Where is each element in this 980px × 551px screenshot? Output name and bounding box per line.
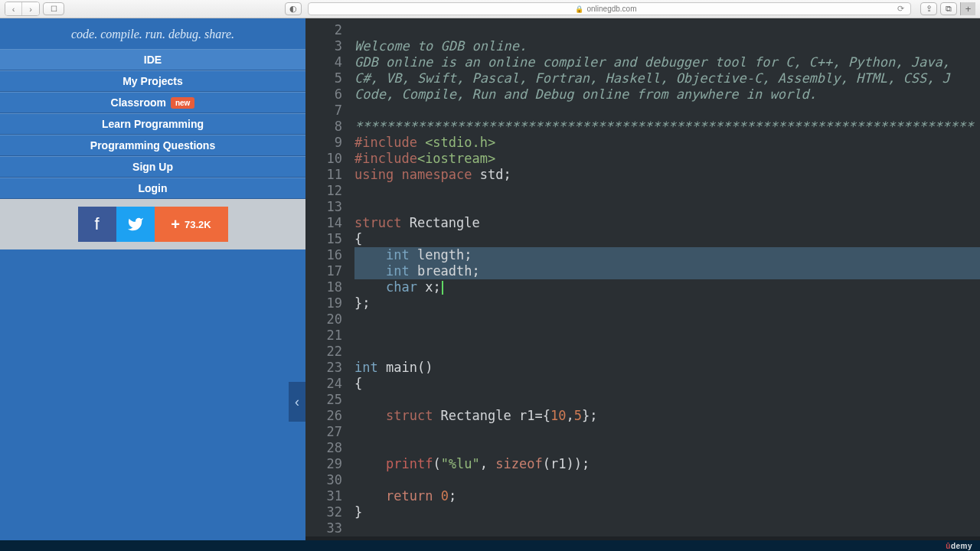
line-number: 23 (305, 360, 342, 376)
reader-mode-button[interactable]: ◐ (285, 2, 302, 15)
code-line[interactable]: } (354, 504, 980, 520)
code-line[interactable]: int breadth; (354, 263, 980, 279)
line-number: 15 (305, 231, 342, 247)
new-tab-button[interactable]: + (960, 2, 975, 15)
browser-toolbar: ‹ › ☐ ◐ 🔒 onlinegdb.com ⟳ ⇪ ⧉ + (0, 0, 980, 18)
line-number: 14 (305, 215, 342, 231)
code-line[interactable]: }; (354, 295, 980, 311)
code-line[interactable] (354, 199, 980, 215)
line-number: 6 (305, 86, 342, 103)
line-number: 2 (305, 22, 342, 38)
sidebar-item-label: Classroom (111, 96, 166, 109)
code-line[interactable]: char x; (354, 279, 980, 295)
horizontal-scrollbar[interactable] (305, 536, 980, 540)
share-count-button[interactable]: + 73.2K (155, 207, 228, 242)
sidebar-item-programming-questions[interactable]: Programming Questions (0, 135, 305, 156)
back-button[interactable]: ‹ (5, 2, 22, 15)
sidebar-item-learn-programming[interactable]: Learn Programming (0, 113, 305, 135)
sidebar-item-my-projects[interactable]: My Projects (0, 70, 305, 92)
code-line[interactable] (354, 472, 980, 488)
line-number: 19 (305, 295, 342, 311)
line-number: 25 (305, 392, 342, 408)
line-number: 27 (305, 424, 342, 440)
code-line[interactable]: #include <stdio.h> (354, 135, 980, 151)
code-line[interactable]: { (354, 231, 980, 247)
code-line[interactable]: #include<iostream> (354, 151, 980, 167)
refresh-icon[interactable]: ⟳ (897, 4, 904, 14)
code-line[interactable] (354, 311, 980, 328)
code-line[interactable] (354, 424, 980, 440)
code-line[interactable]: { (354, 376, 980, 392)
sidebar-item-label: IDE (144, 54, 162, 66)
share-button[interactable]: ⇪ (920, 2, 937, 15)
code-line[interactable]: Code, Compile, Run and Debug online from… (354, 86, 980, 103)
line-number: 29 (305, 456, 342, 472)
code-line[interactable]: int main() (354, 360, 980, 376)
line-number: 26 (305, 408, 342, 424)
line-gutter: 2345678910111213141516171819202122232425… (305, 18, 351, 540)
line-number: 32 (305, 504, 342, 520)
line-number: 3 (305, 38, 342, 54)
code-line[interactable]: return 0; (354, 488, 980, 504)
sidebar-item-label: Login (138, 182, 167, 194)
code-line[interactable]: int length; (354, 247, 980, 263)
sidebar-item-label: My Projects (122, 75, 183, 87)
sidebar-item-sign-up[interactable]: Sign Up (0, 156, 305, 178)
code-line[interactable] (354, 328, 980, 344)
new-badge: new (171, 97, 194, 109)
line-number: 4 (305, 54, 342, 70)
plus-icon: + (171, 216, 180, 233)
sidebar-item-login[interactable]: Login (0, 178, 305, 199)
address-bar[interactable]: 🔒 onlinegdb.com ⟳ (308, 2, 911, 15)
code-line[interactable] (354, 520, 980, 536)
social-row: f + 73.2K (0, 199, 305, 249)
code-line[interactable] (354, 392, 980, 408)
code-line[interactable] (354, 344, 980, 360)
sidebar-toggle-button[interactable]: ☐ (43, 2, 64, 15)
sidebar-item-label: Sign Up (132, 161, 173, 173)
nav-buttons: ‹ › (5, 2, 40, 16)
line-number: 7 (305, 103, 342, 119)
collapse-sidebar-button[interactable]: ‹ (289, 382, 305, 422)
line-number: 28 (305, 440, 342, 456)
line-number: 5 (305, 70, 342, 86)
code-line[interactable] (354, 22, 980, 38)
lock-icon: 🔒 (575, 5, 583, 13)
code-line[interactable]: printf("%lu", sizeof(r1)); (354, 456, 980, 472)
code-line[interactable]: struct Rectangle (354, 215, 980, 231)
sidebar: code. compile. run. debug. share. IDEMy … (0, 18, 305, 540)
code-line[interactable]: GDB online is an online compiler and deb… (354, 54, 980, 70)
line-number: 13 (305, 199, 342, 215)
code-area[interactable]: Welcome to GDB online.GDB online is an o… (351, 18, 980, 540)
twitter-button[interactable] (116, 207, 155, 242)
code-line[interactable]: struct Rectangle r1={10,5}; (354, 408, 980, 424)
sidebar-item-label: Programming Questions (90, 139, 215, 152)
facebook-button[interactable]: f (78, 207, 116, 242)
code-line[interactable]: ****************************************… (354, 119, 980, 135)
forward-button[interactable]: › (22, 2, 39, 15)
tagline: code. compile. run. debug. share. (0, 18, 305, 49)
tabs-button[interactable]: ⧉ (940, 2, 957, 15)
line-number: 12 (305, 183, 342, 199)
bottom-bar: ûdemy (0, 540, 980, 551)
line-number: 16 (305, 247, 342, 263)
line-number: 18 (305, 279, 342, 295)
code-line[interactable]: Welcome to GDB online. (354, 38, 980, 54)
line-number: 8 (305, 119, 342, 135)
code-editor[interactable]: 2345678910111213141516171819202122232425… (305, 18, 980, 540)
line-number: 30 (305, 472, 342, 488)
code-line[interactable]: C#, VB, Swift, Pascal, Fortran, Haskell,… (354, 70, 980, 86)
line-number: 9 (305, 135, 342, 151)
udemy-logo: ûdemy (946, 542, 972, 550)
sidebar-item-classroom[interactable]: Classroomnew (0, 92, 305, 113)
line-number: 22 (305, 344, 342, 360)
code-line[interactable] (354, 103, 980, 119)
line-number: 11 (305, 167, 342, 183)
sidebar-item-label: Learn Programming (102, 118, 204, 130)
code-line[interactable] (354, 440, 980, 456)
sidebar-item-ide[interactable]: IDE (0, 49, 305, 70)
line-number: 24 (305, 376, 342, 392)
line-number: 31 (305, 488, 342, 504)
code-line[interactable] (354, 183, 980, 199)
code-line[interactable]: using namespace std; (354, 167, 980, 183)
